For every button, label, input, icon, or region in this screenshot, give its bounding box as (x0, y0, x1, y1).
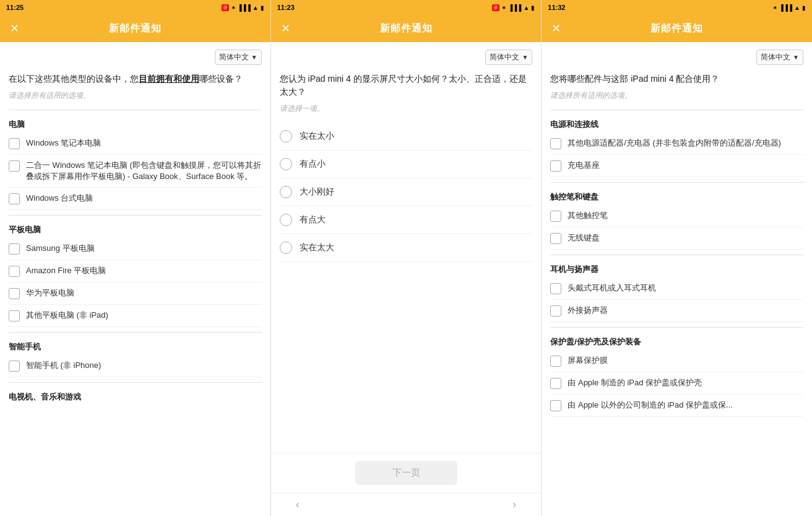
dropdown-arrow-3: ▼ (793, 54, 799, 61)
check-item-stylus[interactable]: 其他触控笔 (550, 205, 803, 227)
nav-title-3: 新邮件通知 (650, 22, 703, 35)
close-button-3[interactable]: ✕ (551, 22, 561, 35)
language-select-3[interactable]: 简体中文 ▼ (756, 50, 803, 65)
language-select-1[interactable]: 简体中文 ▼ (215, 50, 262, 65)
category-label-smartphone: 智能手机 (9, 338, 262, 355)
radio-circle-little-big[interactable] (280, 214, 292, 226)
check-item-speaker[interactable]: 外接扬声器 (550, 300, 803, 322)
close-button-2[interactable]: ✕ (281, 22, 290, 35)
content-2: 简体中文 ▼ 您认为 iPad mini 4 的显示屏尺寸大小如何？太小、正合适… (271, 42, 542, 453)
check-label-headphones: 头戴式耳机或入耳式耳机 (568, 282, 656, 294)
language-label-1: 简体中文 (219, 52, 249, 63)
divider-case (550, 327, 803, 328)
check-label-other-tablet: 其他平板电脑 (非 iPad) (26, 310, 108, 321)
radio-circle-too-small[interactable] (280, 130, 292, 142)
panel-1: 11:25 录 ✶ ▐▐▐ ▲ ▮ ✕ 新邮件通知 简体中文 ▼ 在以下这些其他… (0, 0, 271, 516)
status-time-2: 11:23 (277, 4, 295, 11)
checkbox-stylus[interactable] (550, 211, 561, 222)
language-select-2[interactable]: 简体中文 ▼ (485, 50, 532, 65)
checkbox-speaker[interactable] (550, 305, 561, 317)
status-bar-2: 11:23 录 ✶ ▐▐▐ ▲ ▮ (271, 0, 542, 15)
status-time-3: 11:32 (548, 4, 565, 11)
radio-item-just-right[interactable]: 大小刚好 (280, 178, 533, 206)
checkbox-amazon[interactable] (9, 266, 20, 277)
check-label-windows-desktop: Windows 台式电脑 (26, 193, 93, 204)
checkbox-windows-laptop[interactable] (9, 138, 20, 149)
radio-item-little-small[interactable]: 有点小 (280, 151, 533, 178)
check-item-other-tablet[interactable]: 其他平板电脑 (非 iPad) (9, 305, 262, 327)
nav-bar-2: ✕ 新邮件通知 (271, 15, 542, 42)
check-item-headphones[interactable]: 头戴式耳机或入耳式耳机 (550, 278, 803, 300)
check-label-stylus: 其他触控笔 (568, 210, 608, 221)
instruction-2: 请选择一项。 (280, 103, 533, 114)
checkbox-samsung[interactable] (9, 243, 20, 255)
checkbox-smartphone[interactable] (9, 361, 20, 372)
category-label-tv: 电视机、音乐和游戏 (9, 388, 262, 405)
checkbox-dock[interactable] (550, 160, 561, 172)
prev-arrow[interactable]: ‹ (296, 498, 300, 511)
check-item-2in1-windows[interactable]: 二合一 Windows 笔记本电脑 (即包含键盘和触摸屏，您可以将其折叠或拆下屏… (9, 155, 262, 188)
next-button[interactable]: 下一页 (355, 461, 457, 485)
check-item-samsung[interactable]: Samsung 平板电脑 (9, 238, 262, 260)
category-label-power: 电源和连接线 (550, 115, 803, 133)
battery-icon-3: ▮ (802, 4, 806, 11)
check-item-smartphone[interactable]: 智能手机 (非 iPhone) (9, 355, 262, 377)
check-item-screen-protector[interactable]: 屏幕保护膜 (550, 350, 803, 372)
check-item-charger[interactable]: 其他电源适配器/充电器 (并非包装盒内附带的适配器/充电器) (550, 133, 803, 155)
radio-item-too-small[interactable]: 实在太小 (280, 123, 533, 151)
checkbox-charger[interactable] (550, 138, 561, 149)
status-time-1: 11:25 (6, 4, 24, 11)
check-item-third-party-case[interactable]: 由 Apple 以外的公司制造的 iPad 保护盖或保... (550, 395, 803, 417)
check-item-amazon[interactable]: Amazon Fire 平板电脑 (9, 260, 262, 282)
check-item-dock[interactable]: 充电基座 (550, 155, 803, 177)
status-icons-3: ✶ ▐▐▐ ▲ ▮ (772, 4, 806, 11)
content-3: 简体中文 ▼ 您将哪些配件与这部 iPad mini 4 配合使用？ 请选择所有… (542, 42, 812, 516)
status-badge-2: 录 (492, 4, 499, 11)
divider-smartphone (9, 332, 262, 333)
check-label-2in1-windows: 二合一 Windows 笔记本电脑 (即包含键盘和触摸屏，您可以将其折叠或拆下屏… (26, 160, 262, 182)
check-item-apple-case[interactable]: 由 Apple 制造的 iPad 保护盖或保护壳 (550, 372, 803, 395)
checkbox-apple-case[interactable] (550, 378, 561, 389)
check-item-windows-desktop[interactable]: Windows 台式电脑 (9, 188, 262, 210)
radio-item-little-big[interactable]: 有点大 (280, 206, 533, 234)
radio-item-too-big[interactable]: 实在太大 (280, 234, 533, 262)
status-icons-1: 录 ✶ ▐▐▐ ▲ ▮ (222, 4, 264, 11)
checkbox-screen-protector[interactable] (550, 356, 561, 367)
category-label-stylus: 触控笔和键盘 (550, 188, 803, 205)
question-text-2: 您认为 iPad mini 4 的显示屏尺寸大小如何？太小、正合适，还是太大？ (280, 72, 533, 98)
top-row-2: 简体中文 ▼ (280, 50, 533, 65)
check-label-apple-case: 由 Apple 制造的 iPad 保护盖或保护壳 (568, 377, 702, 388)
close-button-1[interactable]: ✕ (10, 22, 19, 35)
checkbox-third-party-case[interactable] (550, 400, 561, 411)
checkbox-keyboard[interactable] (550, 233, 561, 244)
language-label-2: 简体中文 (490, 52, 519, 63)
category-label-tablet: 平板电脑 (9, 221, 262, 238)
check-item-huawei[interactable]: 华为平板电脑 (9, 282, 262, 305)
radio-circle-just-right[interactable] (280, 186, 292, 198)
bluetooth-icon: ✶ (231, 4, 236, 11)
check-label-amazon: Amazon Fire 平板电脑 (26, 265, 106, 276)
checkbox-headphones[interactable] (550, 283, 561, 294)
radio-circle-little-small[interactable] (280, 158, 292, 170)
signal-icon-3: ▐▐▐ (779, 4, 792, 11)
instruction-3: 请选择所有适用的选项。 (550, 90, 803, 101)
checkbox-huawei[interactable] (9, 288, 20, 299)
status-bar-1: 11:25 录 ✶ ▐▐▐ ▲ ▮ (0, 0, 270, 15)
radio-circle-too-big[interactable] (280, 242, 292, 254)
checkbox-other-tablet[interactable] (9, 310, 20, 321)
check-item-windows-laptop[interactable]: Windows 笔记本电脑 (9, 133, 262, 155)
status-bar-3: 11:32 ✶ ▐▐▐ ▲ ▮ (542, 0, 812, 15)
radio-label-too-big: 实在太大 (300, 242, 334, 253)
panel-3: 11:32 ✶ ▐▐▐ ▲ ▮ ✕ 新邮件通知 简体中文 ▼ 您将哪些配件与这部… (542, 0, 812, 516)
question-text-3: 您将哪些配件与这部 iPad mini 4 配合使用？ (550, 72, 803, 85)
checkbox-windows-desktop[interactable] (9, 193, 20, 204)
check-label-samsung: Samsung 平板电脑 (26, 243, 95, 254)
checkbox-2in1-windows[interactable] (9, 160, 20, 172)
check-item-keyboard[interactable]: 无线键盘 (550, 227, 803, 250)
dropdown-arrow-1: ▼ (251, 54, 257, 61)
next-arrow[interactable]: › (512, 498, 516, 511)
content-1: 简体中文 ▼ 在以下这些其他类型的设备中，您目前拥有和使用哪些设备？ 请选择所有… (0, 42, 270, 516)
bottom-nav: ‹ › (271, 492, 542, 516)
divider-power (550, 110, 803, 110)
radio-label-little-small: 有点小 (300, 159, 326, 170)
